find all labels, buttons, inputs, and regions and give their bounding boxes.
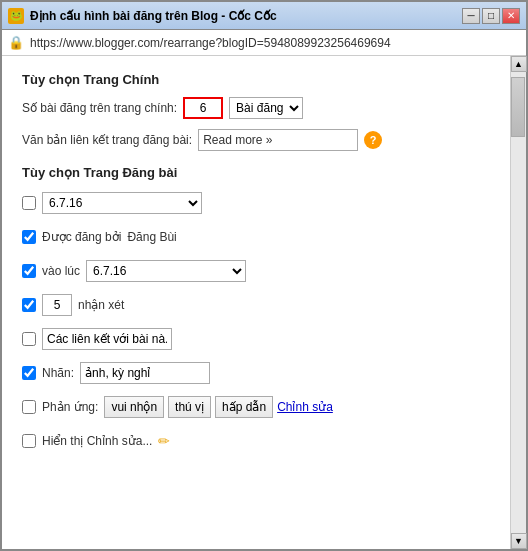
content-area: Tùy chọn Trang Chính Số bài đăng trên tr…: [2, 56, 526, 549]
row2-checkbox[interactable]: [22, 230, 36, 244]
readmore-input[interactable]: [198, 129, 358, 151]
row7-label: Phản ứng:: [42, 400, 98, 414]
section1-title: Tùy chọn Trang Chính: [22, 72, 490, 87]
row1-dropdown[interactable]: 6.7.16: [42, 192, 202, 214]
row6-label: Nhãn:: [42, 366, 74, 380]
app-icon: 🐸: [8, 8, 24, 24]
row1-checkbox[interactable]: [22, 196, 36, 210]
row2-author: Đăng Bùi: [127, 230, 176, 244]
row2-label: Được đăng bởi: [42, 230, 121, 244]
reaction-btn2[interactable]: thú vị: [168, 396, 211, 418]
row1: 6.7.16: [22, 190, 490, 216]
section2: Tùy chọn Trang Đăng bài 6.7.16 Được đăng…: [22, 165, 490, 454]
pencil-icon: ✏: [158, 433, 170, 449]
row4-label: nhận xét: [78, 298, 124, 312]
row5-link-input[interactable]: [42, 328, 172, 350]
edit-link[interactable]: Chỉnh sửa: [277, 400, 333, 414]
address-text: https://www.blogger.com/rearrange?blogID…: [30, 36, 520, 50]
title-buttons: ─ □ ✕: [462, 8, 520, 24]
maximize-button[interactable]: □: [482, 8, 500, 24]
reaction-buttons: vui nhộn thú vị hấp dẫn Chỉnh sửa: [104, 396, 332, 418]
reaction-btn1[interactable]: vui nhộn: [104, 396, 164, 418]
window: 🐸 Định cấu hình bài đăng trên Blog - Cốc…: [0, 0, 528, 551]
row8-checkbox[interactable]: [22, 434, 36, 448]
row3-label: vào lúc: [42, 264, 80, 278]
row7-checkbox[interactable]: [22, 400, 36, 414]
posts-count-row: Số bài đăng trên trang chính: Bài đăng N…: [22, 97, 490, 119]
row5: [22, 326, 490, 352]
row2: Được đăng bởi Đăng Bùi: [22, 224, 490, 250]
title-bar: 🐸 Định cấu hình bài đăng trên Blog - Cốc…: [2, 2, 526, 30]
lock-icon: 🔒: [8, 35, 24, 50]
main-content: Tùy chọn Trang Chính Số bài đăng trên tr…: [2, 56, 510, 549]
row5-checkbox[interactable]: [22, 332, 36, 346]
scrollbar-down-button[interactable]: ▼: [511, 533, 527, 549]
reaction-btn3[interactable]: hấp dẫn: [215, 396, 273, 418]
row6-value-input[interactable]: [80, 362, 210, 384]
posts-label: Số bài đăng trên trang chính:: [22, 101, 177, 115]
scrollbar-track[interactable]: [511, 72, 526, 533]
help-icon[interactable]: ?: [364, 131, 382, 149]
readmore-label: Văn bản liên kết trang đăng bài:: [22, 133, 192, 147]
row4: nhận xét: [22, 292, 490, 318]
window-title: Định cấu hình bài đăng trên Blog - Cốc C…: [30, 9, 277, 23]
section2-title: Tùy chọn Trang Đăng bài: [22, 165, 490, 180]
scrollbar-thumb[interactable]: [511, 77, 525, 137]
readmore-row: Văn bản liên kết trang đăng bài: ?: [22, 129, 490, 151]
minimize-button[interactable]: ─: [462, 8, 480, 24]
row8-partial: Hiển thị Chỉnh sửa... ✏: [22, 428, 490, 454]
row4-count-input[interactable]: [42, 294, 72, 316]
row6-checkbox[interactable]: [22, 366, 36, 380]
title-bar-left: 🐸 Định cấu hình bài đăng trên Blog - Cốc…: [8, 8, 277, 24]
row6: Nhãn:: [22, 360, 490, 386]
row8-label: Hiển thị Chỉnh sửa...: [42, 434, 152, 448]
posts-count-input[interactable]: [183, 97, 223, 119]
row3-checkbox[interactable]: [22, 264, 36, 278]
row3-dropdown[interactable]: 6.7.16: [86, 260, 246, 282]
row4-checkbox[interactable]: [22, 298, 36, 312]
scrollbar: ▲ ▼: [510, 56, 526, 549]
close-button[interactable]: ✕: [502, 8, 520, 24]
row7: Phản ứng: vui nhộn thú vị hấp dẫn Chỉnh …: [22, 394, 490, 420]
address-bar: 🔒 https://www.blogger.com/rearrange?blog…: [2, 30, 526, 56]
posts-type-dropdown[interactable]: Bài đăng Ngày: [229, 97, 303, 119]
scrollbar-up-button[interactable]: ▲: [511, 56, 527, 72]
row3: vào lúc 6.7.16: [22, 258, 490, 284]
